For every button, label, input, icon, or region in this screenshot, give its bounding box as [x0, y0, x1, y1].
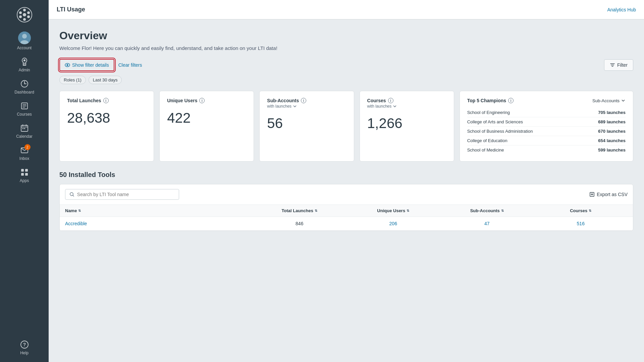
sub-accounts-subtitle: with launches	[267, 104, 306, 109]
sidebar-item-label: Calendar	[16, 134, 33, 139]
total-launches-title: Total Launches i	[67, 98, 109, 103]
row-unique-users-0[interactable]: 206	[346, 221, 440, 226]
unique-users-info-icon[interactable]: i	[199, 98, 205, 103]
sort-icon-unique-users: ⇅	[407, 209, 409, 213]
table-row: Accredible 846 206 47 516	[60, 217, 633, 231]
analytics-hub-link[interactable]: Analytics Hub	[607, 7, 636, 12]
sort-icon-courses: ⇅	[589, 209, 591, 213]
sidebar-item-apps[interactable]: Apps	[0, 164, 49, 186]
svg-point-9	[22, 34, 27, 39]
chevron-down-icon	[293, 104, 297, 108]
col-header-total-launches[interactable]: Total Launches ⇅	[253, 208, 346, 213]
filter-tags: Roles (1) Last 30 days	[59, 76, 633, 84]
row-courses-0[interactable]: 516	[534, 221, 628, 226]
col-header-unique-users[interactable]: Unique Users ⇅	[346, 208, 440, 213]
sidebar-item-courses[interactable]: Courses	[0, 98, 49, 120]
tools-section-title: 50 Installed Tools	[59, 171, 633, 179]
champion-launches-0: 705 launches	[598, 110, 626, 115]
svg-rect-15	[22, 128, 23, 129]
row-name-0[interactable]: Accredible	[65, 221, 253, 226]
col-header-courses[interactable]: Courses ⇅	[534, 208, 628, 213]
sidebar-logo[interactable]	[0, 3, 49, 26]
sort-icon-sub-accounts: ⇅	[501, 209, 504, 213]
champions-row-0: School of Engineering 705 launches	[467, 108, 626, 117]
courses-icon	[20, 101, 29, 111]
search-icon	[69, 192, 74, 197]
svg-rect-18	[21, 169, 24, 172]
sidebar-item-admin[interactable]: Admin	[0, 54, 49, 76]
sidebar-item-inbox[interactable]: 2 Inbox	[0, 142, 49, 164]
sidebar-item-label: Account	[17, 46, 32, 50]
sidebar-item-dashboard[interactable]: Dashboard	[0, 76, 49, 98]
sidebar-item-calendar[interactable]: Calendar	[0, 120, 49, 142]
champions-header: Top 5 Champions i Sub-Accounts	[467, 98, 626, 103]
sidebar-item-label: Courses	[17, 112, 32, 117]
export-csv-button[interactable]: Export as CSV	[589, 192, 628, 197]
dashboard-icon	[20, 79, 29, 88]
champions-selector[interactable]: Sub-Accounts	[592, 98, 626, 103]
col-header-sub-accounts[interactable]: Sub-Accounts ⇅	[440, 208, 534, 213]
courses-header: Courses i with launches	[367, 98, 446, 109]
sidebar-item-account[interactable]: Account	[0, 28, 49, 54]
champion-name-3: College of Education	[467, 138, 507, 143]
calendar-icon	[20, 123, 29, 133]
clear-filters-button[interactable]: Clear filters	[118, 62, 142, 68]
svg-rect-16	[24, 128, 25, 129]
champions-row-2: School of Business Administration 670 la…	[467, 127, 626, 136]
champion-launches-1: 689 launches	[598, 119, 626, 124]
svg-point-3	[27, 15, 30, 18]
champions-chevron-down-icon	[621, 98, 626, 103]
sidebar-item-label: Help	[20, 351, 29, 355]
col-header-name[interactable]: Name ⇅	[65, 208, 253, 213]
row-sub-accounts-0[interactable]: 47	[440, 221, 534, 226]
sidebar-item-help[interactable]: ? Help	[0, 337, 49, 359]
help-icon: ?	[20, 340, 29, 349]
export-csv-label: Export as CSV	[597, 192, 628, 197]
filter-tag-days[interactable]: Last 30 days	[89, 76, 122, 84]
canvas-logo-icon	[16, 7, 33, 23]
svg-point-1	[23, 9, 26, 11]
sub-accounts-info-icon[interactable]: i	[301, 98, 306, 103]
tools-toolbar: Export as CSV	[60, 184, 633, 205]
svg-point-4	[23, 18, 26, 21]
total-launches-info-icon[interactable]: i	[103, 98, 109, 103]
filter-left: Show filter details Clear filters	[59, 59, 142, 71]
topbar: LTI Usage Analytics Hub	[49, 0, 644, 19]
courses-subtitle: with launches	[367, 104, 397, 109]
champion-name-4: School of Medicine	[467, 147, 504, 153]
total-launches-card: Total Launches i 28,638	[59, 91, 154, 162]
courses-info-icon[interactable]: i	[388, 98, 393, 103]
courses-value: 1,266	[367, 115, 446, 131]
filter-tag-roles[interactable]: Roles (1)	[59, 76, 86, 84]
unique-users-value: 422	[167, 110, 246, 126]
sidebar-item-label: Inbox	[19, 156, 29, 161]
row-total-launches-0: 846	[253, 221, 346, 226]
champion-name-2: School of Business Administration	[467, 129, 533, 134]
unique-users-card: Unique Users i 422	[159, 91, 254, 162]
tools-container: Export as CSV Name ⇅ Total Launches ⇅ Un…	[59, 184, 633, 231]
champions-info-icon[interactable]: i	[508, 98, 514, 103]
filter-button[interactable]: Filter	[604, 59, 633, 71]
champion-launches-3: 654 launches	[598, 138, 626, 143]
courses-card: Courses i with launches 1,266	[360, 91, 454, 162]
stats-row: Total Launches i 28,638 Unique Users i	[59, 91, 633, 162]
eye-icon	[65, 62, 70, 68]
champions-row-4: School of Medicine 599 launches	[467, 145, 626, 155]
filter-button-label: Filter	[617, 62, 628, 68]
page-title: LTI Usage	[57, 6, 85, 13]
show-filter-button[interactable]: Show filter details	[59, 59, 114, 71]
svg-rect-21	[25, 173, 28, 176]
sub-accounts-value: 56	[267, 115, 346, 131]
apps-icon	[20, 168, 29, 177]
unique-users-title: Unique Users i	[167, 98, 205, 103]
champion-launches-4: 599 launches	[598, 147, 626, 153]
svg-point-11	[23, 59, 25, 61]
sub-accounts-card: Sub-Accounts i with launches 56	[259, 91, 354, 162]
champions-card: Top 5 Champions i Sub-Accounts School of	[460, 91, 633, 162]
search-input[interactable]	[77, 192, 175, 197]
courses-chevron-down-icon	[393, 104, 397, 108]
champion-name-1: College of Arts and Sciences	[467, 119, 523, 124]
sidebar: Account Admin Dashboard	[0, 0, 49, 362]
search-wrapper	[65, 189, 179, 200]
svg-point-2	[27, 11, 30, 14]
